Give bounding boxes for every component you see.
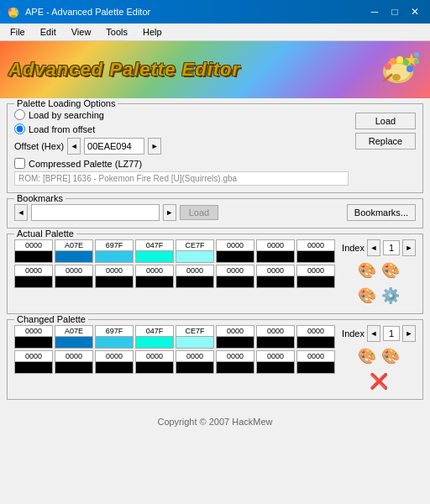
palette-cell[interactable]: A07E xyxy=(55,325,93,349)
color-swatch[interactable] xyxy=(216,362,254,374)
palette-cell[interactable]: 0000 xyxy=(256,239,295,263)
offset-next-button[interactable]: ► xyxy=(148,138,161,155)
palette-cell[interactable]: 0000 xyxy=(135,265,174,288)
color-label[interactable]: 0000 xyxy=(176,265,214,276)
color-label[interactable]: 0000 xyxy=(256,325,295,337)
color-swatch[interactable] xyxy=(14,276,53,288)
palette-cell[interactable]: 0000 xyxy=(95,350,134,374)
palette-cell[interactable]: 0000 xyxy=(256,325,295,349)
palette-cell[interactable]: 0000 xyxy=(14,325,53,349)
load-button[interactable]: Load xyxy=(355,113,416,129)
palette-cell[interactable]: 0000 xyxy=(216,265,254,288)
palette-cell[interactable]: 0000 xyxy=(135,350,174,374)
changed-delete-icon[interactable]: ❌ xyxy=(368,370,390,392)
palette-cell[interactable]: 0000 xyxy=(95,265,134,288)
palette-cell[interactable]: 047F xyxy=(135,239,174,263)
color-label[interactable]: 0000 xyxy=(296,350,335,362)
color-label[interactable]: 697F xyxy=(95,325,134,337)
color-swatch[interactable] xyxy=(95,276,134,288)
palette-cell[interactable]: 0000 xyxy=(296,239,335,263)
palette-cell[interactable]: 0000 xyxy=(256,350,295,374)
color-label[interactable]: 0000 xyxy=(216,350,254,362)
compressed-checkbox[interactable] xyxy=(14,158,25,169)
actual-index-next[interactable]: ► xyxy=(402,239,416,256)
color-label[interactable]: 0000 xyxy=(296,325,335,337)
palette-cell[interactable]: 0000 xyxy=(176,265,214,288)
color-swatch[interactable] xyxy=(95,251,134,263)
maximize-button[interactable]: □ xyxy=(386,3,403,20)
palette-cell[interactable]: 697F xyxy=(95,325,134,349)
color-label[interactable]: 0000 xyxy=(14,325,53,337)
color-label[interactable]: 0000 xyxy=(14,265,53,276)
color-swatch[interactable] xyxy=(176,251,214,263)
close-button[interactable]: ✕ xyxy=(406,3,423,20)
color-swatch[interactable] xyxy=(135,362,174,374)
color-label[interactable]: 047F xyxy=(135,325,174,337)
palette-cell[interactable]: 047F xyxy=(135,325,174,349)
color-swatch[interactable] xyxy=(256,251,295,263)
color-swatch[interactable] xyxy=(14,337,53,349)
palette-cell[interactable]: 0000 xyxy=(296,350,335,374)
radio-offset-input[interactable] xyxy=(14,123,25,134)
palette-cell[interactable]: A07E xyxy=(55,239,93,263)
color-swatch[interactable] xyxy=(135,337,174,349)
changed-copy-icon[interactable]: 🎨 xyxy=(356,345,378,367)
menu-view[interactable]: View xyxy=(65,25,98,39)
palette-cell[interactable]: CE7F xyxy=(176,239,214,263)
actual-index-input[interactable] xyxy=(383,240,400,255)
color-label[interactable]: 0000 xyxy=(256,239,295,251)
changed-index-next[interactable]: ► xyxy=(402,325,416,342)
color-swatch[interactable] xyxy=(176,362,214,374)
changed-index-prev[interactable]: ◄ xyxy=(367,325,380,342)
color-swatch[interactable] xyxy=(135,251,174,263)
color-swatch[interactable] xyxy=(216,276,254,288)
color-swatch[interactable] xyxy=(296,251,335,263)
palette-cell[interactable]: 0000 xyxy=(296,325,335,349)
bookmark-load-button[interactable]: Load xyxy=(180,205,218,220)
color-label[interactable]: 0000 xyxy=(256,350,295,362)
palette-cell[interactable]: 0000 xyxy=(55,265,93,288)
color-swatch[interactable] xyxy=(256,362,295,374)
palette-cell[interactable]: 0000 xyxy=(216,350,254,374)
color-swatch[interactable] xyxy=(55,362,93,374)
color-label[interactable]: 0000 xyxy=(296,265,335,276)
color-swatch[interactable] xyxy=(95,337,134,349)
color-label[interactable]: 0000 xyxy=(14,350,53,362)
color-label[interactable]: 0000 xyxy=(296,239,335,251)
color-label[interactable]: 0000 xyxy=(135,265,174,276)
changed-paste-icon[interactable]: 🎨 xyxy=(380,345,401,367)
color-swatch[interactable] xyxy=(256,337,295,349)
bookmark-input[interactable] xyxy=(31,204,160,221)
color-label[interactable]: 0000 xyxy=(135,350,174,362)
menu-help[interactable]: Help xyxy=(136,25,169,39)
color-label[interactable]: 0000 xyxy=(14,239,53,251)
palette-cell[interactable]: 0000 xyxy=(296,265,335,288)
color-swatch[interactable] xyxy=(14,251,53,263)
replace-button[interactable]: Replace xyxy=(355,133,416,150)
color-swatch[interactable] xyxy=(216,251,254,263)
color-label[interactable]: 0000 xyxy=(216,325,254,337)
palette-cell[interactable]: 0000 xyxy=(256,265,295,288)
palette-cell[interactable]: 0000 xyxy=(176,350,214,374)
color-swatch[interactable] xyxy=(14,362,53,374)
color-swatch[interactable] xyxy=(296,362,335,374)
color-label[interactable]: CE7F xyxy=(176,325,214,337)
color-label[interactable]: 0000 xyxy=(216,239,254,251)
actual-edit-icon[interactable]: 🎨 xyxy=(356,285,378,307)
color-swatch[interactable] xyxy=(95,362,134,374)
color-label[interactable]: 047F xyxy=(135,239,174,251)
color-label[interactable]: 0000 xyxy=(95,350,134,362)
changed-index-input[interactable] xyxy=(383,326,400,341)
bookmark-next-button[interactable]: ► xyxy=(163,204,176,221)
menu-file[interactable]: File xyxy=(3,25,32,39)
color-label[interactable]: CE7F xyxy=(176,239,214,251)
color-swatch[interactable] xyxy=(256,276,295,288)
radio-load-searching[interactable]: Load by searching xyxy=(14,109,349,120)
radio-load-offset[interactable]: Load from offset xyxy=(14,123,349,134)
menu-tools[interactable]: Tools xyxy=(99,25,134,39)
color-swatch[interactable] xyxy=(55,276,93,288)
color-label[interactable]: 697F xyxy=(95,239,134,251)
color-label[interactable]: 0000 xyxy=(55,350,93,362)
actual-paste-icon[interactable]: 🎨 xyxy=(380,260,401,281)
color-label[interactable]: 0000 xyxy=(256,265,295,276)
